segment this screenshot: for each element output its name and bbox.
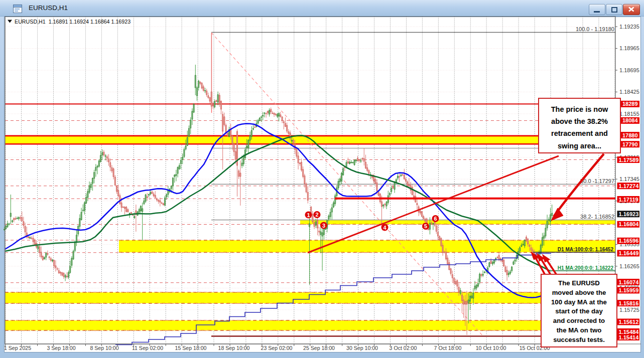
svg-text:25 Sep 18:00: 25 Sep 18:00 bbox=[303, 345, 335, 351]
svg-text:1.15816: 1.15816 bbox=[619, 300, 639, 306]
svg-text:1.15959: 1.15959 bbox=[619, 287, 639, 293]
svg-text:1.17119: 1.17119 bbox=[619, 197, 638, 203]
svg-text:1.15414: 1.15414 bbox=[619, 334, 639, 340]
svg-text:1.18965: 1.18965 bbox=[619, 45, 639, 51]
svg-text:1: 1 bbox=[307, 212, 310, 218]
svg-text:3 Sep 18:00: 3 Sep 18:00 bbox=[47, 345, 75, 351]
svg-text:1 Sep 2025: 1 Sep 2025 bbox=[4, 345, 31, 351]
svg-text:1.17274: 1.17274 bbox=[619, 183, 639, 189]
svg-text:6: 6 bbox=[434, 216, 437, 222]
svg-text:18084: 18084 bbox=[622, 117, 638, 123]
svg-text:1.18155: 1.18155 bbox=[619, 111, 639, 117]
svg-text:1.18695: 1.18695 bbox=[619, 67, 639, 73]
svg-text:38.2- 1.16852: 38.2- 1.16852 bbox=[580, 214, 614, 220]
svg-text:3 Oct 02:00: 3 Oct 02:00 bbox=[390, 345, 417, 351]
svg-text:4: 4 bbox=[383, 225, 387, 231]
svg-text:1.16265: 1.16265 bbox=[619, 263, 639, 269]
svg-text:D1 MA:100:0:0: 1.16452: D1 MA:100:0:0: 1.16452 bbox=[558, 247, 614, 252]
svg-text:8 Sep 10:00: 8 Sep 10:00 bbox=[90, 345, 118, 351]
svg-text:50.0 -1.17297: 50.0 -1.17297 bbox=[580, 178, 614, 184]
svg-text:1.16449: 1.16449 bbox=[619, 250, 639, 256]
svg-text:17880: 17880 bbox=[622, 132, 638, 138]
svg-text:18289: 18289 bbox=[622, 101, 638, 107]
svg-text:1.15612: 1.15612 bbox=[619, 319, 639, 325]
svg-text:100.0 - 1.19180: 100.0 - 1.19180 bbox=[576, 26, 614, 32]
svg-text:1.17589: 1.17589 bbox=[619, 157, 639, 163]
svg-text:3: 3 bbox=[322, 223, 325, 229]
svg-text:1.17345: 1.17345 bbox=[619, 176, 639, 182]
svg-text:10 Oct 10:00: 10 Oct 10:00 bbox=[476, 345, 506, 351]
svg-text:1.16074: 1.16074 bbox=[619, 279, 639, 285]
svg-text:H1 MA:200:0:0: 1.16222: H1 MA:200:0:0: 1.16222 bbox=[558, 265, 614, 271]
svg-text:23 Sep 02:00: 23 Sep 02:00 bbox=[261, 345, 292, 351]
svg-text:1.16804: 1.16804 bbox=[619, 221, 639, 227]
svg-text:5: 5 bbox=[424, 223, 427, 229]
svg-text:1.16596: 1.16596 bbox=[619, 238, 639, 244]
svg-text:30 Sep 10:00: 30 Sep 10:00 bbox=[346, 345, 378, 351]
svg-text:15 Sep 18:00: 15 Sep 18:00 bbox=[175, 345, 206, 351]
svg-text:2: 2 bbox=[315, 212, 318, 218]
svg-text:EURUSD,H1 1.16891 1.16924 1.1: EURUSD,H1 1.16891 1.16924 1.16864 1.1692… bbox=[15, 19, 131, 25]
svg-text:17790: 17790 bbox=[622, 141, 638, 147]
svg-text:1.16923: 1.16923 bbox=[619, 211, 639, 217]
svg-text:1.19235: 1.19235 bbox=[619, 24, 639, 30]
svg-text:18 Sep 10:00: 18 Sep 10:00 bbox=[218, 345, 249, 351]
svg-text:1.15725: 1.15725 bbox=[619, 307, 639, 313]
svg-text:1.18425: 1.18425 bbox=[619, 89, 639, 95]
svg-text:11 Sep 02:00: 11 Sep 02:00 bbox=[132, 345, 163, 351]
svg-text:7 Oct 18:00: 7 Oct 18:00 bbox=[434, 345, 462, 351]
